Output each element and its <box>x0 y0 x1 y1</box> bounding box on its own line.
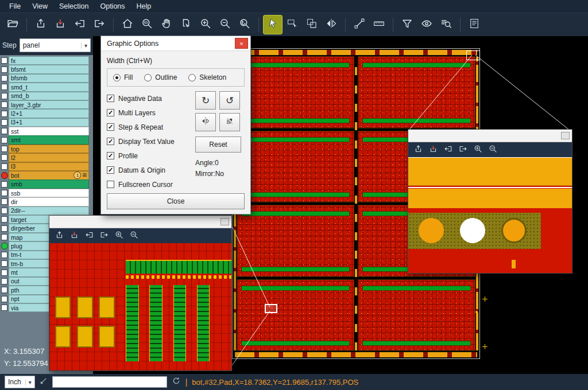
step-repeat-tool-button[interactable] <box>303 15 321 34</box>
checkbox-negative-data[interactable]: ✓Negative Data <box>107 91 195 106</box>
zoom-in-button[interactable] <box>196 15 215 34</box>
layer-bar[interactable]: bfsmb <box>9 74 89 83</box>
layer-bar[interactable]: smt <box>9 135 89 145</box>
layer-visibility-checkbox[interactable] <box>1 208 7 214</box>
layer-visibility-checkbox[interactable] <box>1 216 7 223</box>
rect-select-tool-button[interactable] <box>283 15 301 34</box>
rotate-cw-button[interactable]: ↻ <box>195 91 216 110</box>
report-tool-button[interactable] <box>465 15 483 34</box>
layer-bar[interactable]: ssb <box>9 189 89 198</box>
layer-bar[interactable]: layer_3.gbr <box>9 100 89 110</box>
radio-fill[interactable]: Fill <box>113 73 133 81</box>
layer-visibility-checkbox[interactable] <box>1 234 7 240</box>
layer-visibility-checkbox[interactable] <box>1 75 7 81</box>
find-tool-button[interactable] <box>437 15 455 34</box>
unit-combo[interactable]: Inch ▾ <box>5 376 35 388</box>
rotate-ccw-button[interactable]: ↺ <box>219 91 240 110</box>
close-button[interactable]: Close <box>107 193 245 209</box>
zoom-out-button[interactable] <box>486 144 500 157</box>
layer-bar[interactable]: dir <box>9 197 89 206</box>
dialog-close-icon[interactable]: × <box>235 38 248 49</box>
command-input[interactable] <box>52 376 167 388</box>
view-options-button[interactable] <box>417 15 436 34</box>
layer-visibility-checkbox[interactable] <box>1 154 7 161</box>
layer-visibility-checkbox[interactable] <box>1 260 7 267</box>
arrow-left-box-button[interactable] <box>442 144 455 157</box>
zoom-window-button[interactable] <box>138 15 156 34</box>
arrow-down-box-button[interactable] <box>68 230 81 243</box>
layer-bar[interactable]: l2+1 <box>9 109 89 118</box>
mirror-tool-button[interactable] <box>322 15 341 34</box>
import-down-button[interactable] <box>51 15 69 34</box>
layer-bar[interactable]: 2dir-- <box>9 206 89 216</box>
layer-bar[interactable]: bfsmt <box>9 65 89 74</box>
checkbox-multi-layers[interactable]: ✓Multi Layers <box>107 106 195 120</box>
measure-tool-button[interactable] <box>350 15 369 34</box>
dialog-titlebar[interactable]: Graphic Options × <box>101 36 250 51</box>
arrow-right-box-button[interactable] <box>457 144 470 157</box>
layer-bar[interactable]: l3+1 <box>9 118 89 127</box>
layer-visibility-checkbox[interactable] <box>1 102 7 108</box>
filter-tool-button[interactable] <box>398 15 416 34</box>
pan-button[interactable] <box>157 15 176 34</box>
step-combo[interactable]: panel ▾ <box>20 38 91 52</box>
menu-file[interactable]: File <box>3 1 26 11</box>
layer-bar[interactable]: top <box>9 145 89 154</box>
layer-visibility-checkbox[interactable] <box>1 57 7 64</box>
flip-horizontal-button[interactable] <box>195 113 216 131</box>
layer-visibility-checkbox[interactable] <box>1 93 7 99</box>
reset-button[interactable]: Reset <box>195 136 241 153</box>
checkbox-profile[interactable]: ✓Profile <box>107 149 195 163</box>
layer-visibility-checkbox[interactable] <box>1 163 7 170</box>
layer-visibility-checkbox[interactable] <box>1 146 7 152</box>
magnifier-window-right[interactable] <box>408 129 572 274</box>
layer-visibility-checkbox[interactable] <box>1 296 7 302</box>
view-page-button[interactable] <box>177 15 195 34</box>
zoom-out-button[interactable] <box>127 230 141 243</box>
refresh-icon[interactable] <box>172 376 181 388</box>
flip-diagonal-button[interactable] <box>219 113 240 131</box>
layer-visibility-checkbox[interactable] <box>1 181 7 188</box>
layer-visibility-checkbox[interactable] <box>1 270 7 276</box>
menu-view[interactable]: View <box>26 1 53 11</box>
zoom-out-button[interactable] <box>216 15 234 34</box>
zoom-home-button[interactable] <box>118 15 137 34</box>
layer-visibility-checkbox[interactable] <box>1 287 7 293</box>
layer-bar[interactable]: l3 <box>9 162 89 171</box>
checkbox-datum-origin[interactable]: ✓Datum & Origin <box>107 163 195 177</box>
layer-visibility-checkbox[interactable] <box>1 252 7 258</box>
checkbox-fullscreen-cursor[interactable]: Fullscreen Cursor <box>107 177 195 192</box>
layer-visibility-checkbox[interactable] <box>1 278 7 284</box>
ruler-tool-button[interactable] <box>370 15 388 34</box>
layer-visibility-checkbox[interactable] <box>1 305 7 311</box>
layer-bar[interactable]: bot1⊞ <box>9 171 89 180</box>
arrow-up-box-button[interactable] <box>412 144 425 157</box>
layer-visibility-checkbox[interactable] <box>1 190 7 196</box>
checkbox-step-repeat[interactable]: ✓Step & Repeat <box>107 120 195 134</box>
menu-options[interactable]: Options <box>94 1 130 11</box>
radio-outline[interactable]: Outline <box>144 73 177 81</box>
layer-visibility-checkbox[interactable] <box>1 225 7 232</box>
chevron-down-icon[interactable]: ▾ <box>81 42 87 49</box>
layer-visibility-checkbox[interactable] <box>1 111 7 117</box>
window-box-button[interactable] <box>220 218 229 225</box>
arrow-left-box-button[interactable] <box>83 230 96 243</box>
import-left-button[interactable] <box>71 15 89 34</box>
zoom-in-button[interactable] <box>113 230 126 243</box>
select-tool-button[interactable] <box>264 15 282 34</box>
radio-skeleton[interactable]: Skeleton <box>188 73 226 81</box>
zoom-previous-button[interactable] <box>235 15 254 34</box>
arrow-down-box-button[interactable] <box>427 144 440 157</box>
layer-bar[interactable]: smd_b <box>9 92 89 101</box>
layer-visibility-checkbox[interactable] <box>1 119 7 126</box>
open-file-button[interactable] <box>3 15 22 34</box>
import-right-button[interactable] <box>90 15 109 34</box>
magnifier-window-left[interactable] <box>49 215 232 371</box>
layer-bar[interactable]: smb <box>9 180 89 189</box>
layer-visibility-checkbox[interactable] <box>1 84 7 90</box>
layer-bar[interactable]: fx <box>9 56 89 65</box>
layer-bar[interactable]: smd_t <box>9 83 89 92</box>
layer-visibility-checkbox[interactable] <box>1 128 7 134</box>
arrow-right-box-button[interactable] <box>98 230 111 243</box>
checkbox-display-text-value[interactable]: ✓Display Text Value <box>107 134 195 149</box>
